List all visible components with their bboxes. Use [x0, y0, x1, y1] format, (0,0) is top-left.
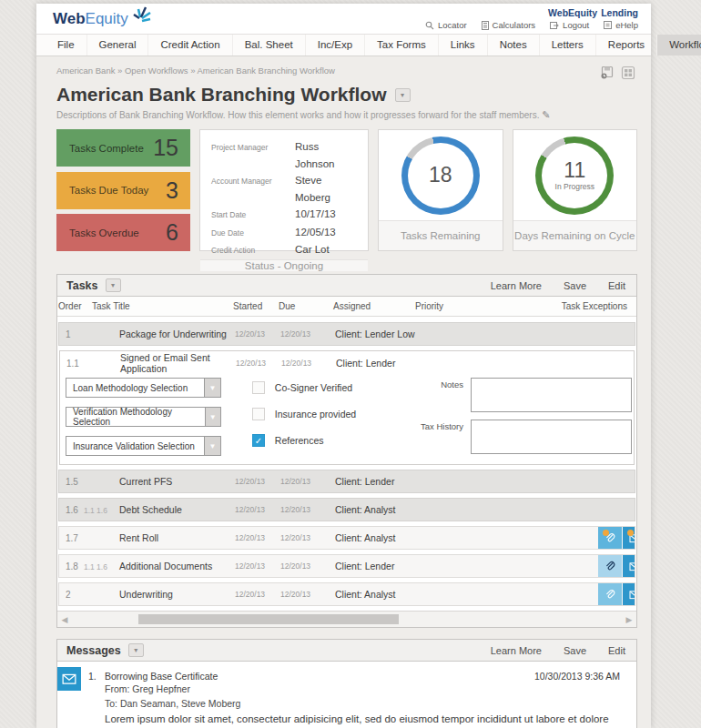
- app-shell: WebEquity WebEquityLending Locator: [36, 4, 651, 728]
- messages-save-link[interactable]: Save: [564, 645, 586, 656]
- message-body: Lorem ipsum dolor sit amet, consectetur …: [105, 713, 627, 728]
- attachment-button[interactable]: [598, 555, 622, 577]
- tasks-remaining-donut: 18: [401, 136, 480, 215]
- save-disk-icon[interactable]: [600, 66, 615, 80]
- message-subject[interactable]: Borrowing Base Certificate: [105, 671, 218, 682]
- header-right: WebEquityLending Locator Calculators Log…: [425, 7, 638, 30]
- notes-textarea[interactable]: [471, 378, 632, 412]
- summary-row: Tasks Complete 15 Tasks Due Today 3 Task…: [56, 129, 637, 251]
- tax-history-textarea[interactable]: [471, 420, 632, 454]
- tasks-due-today-card[interactable]: Tasks Due Today 3: [56, 172, 190, 209]
- tasks-rows: 1 Package for Underwriting 12/20/13 12/2…: [57, 317, 636, 606]
- attachment-button[interactable]: [598, 583, 622, 605]
- envelope-icon: [629, 590, 636, 600]
- task-row-1-6[interactable]: 1.61.1 1.6 Debt Schedule 12/20/13 12/20/…: [58, 498, 635, 521]
- grid-view-icon[interactable]: [621, 66, 635, 80]
- brand-product: WebEquity: [548, 7, 597, 18]
- insurance-provided-checkbox[interactable]: [252, 408, 265, 420]
- insurance-validation-select[interactable]: Insurance Validation Selection ▼: [66, 436, 221, 456]
- ehelp-link[interactable]: eHelp: [604, 20, 638, 30]
- task-row-1-5[interactable]: 1.5 Current PFS 12/20/13 12/20/13 Client…: [58, 470, 635, 493]
- loan-methodology-select[interactable]: Loan Methodology Selection ▼: [66, 378, 221, 398]
- message-button[interactable]: [623, 555, 635, 577]
- tasks-dropdown-button[interactable]: ▾: [106, 278, 121, 292]
- message-from: From: Greg Hepfner: [105, 682, 627, 696]
- message-item: 1. Borrowing Base Certificate 10/30/2013…: [57, 662, 636, 728]
- paperclip-icon: [604, 561, 616, 572]
- message-button[interactable]: [623, 527, 635, 549]
- scroll-left-arrow[interactable]: ◀: [57, 612, 72, 627]
- in-progress-label: In Progress: [555, 182, 594, 191]
- notification-badge: [627, 530, 634, 536]
- detail-value: 12/05/13: [295, 224, 357, 241]
- chevron-down-icon: ▼: [205, 408, 220, 426]
- detail-value: Car Lot: [295, 241, 357, 258]
- logout-link[interactable]: Logout: [550, 20, 589, 30]
- brand-suffix: Lending: [601, 7, 638, 18]
- tab-credit-action[interactable]: Credit Action: [148, 35, 232, 56]
- tab-links[interactable]: Links: [439, 35, 488, 56]
- attachment-button[interactable]: [598, 527, 622, 549]
- messages-learn-more-link[interactable]: Learn More: [491, 645, 542, 656]
- detail-label: Start Date: [211, 207, 295, 224]
- references-row: ✓ References: [252, 434, 386, 447]
- locator-link[interactable]: Locator: [425, 20, 467, 30]
- task-row-1[interactable]: 1 Package for Underwriting 12/20/13 12/2…: [58, 322, 635, 346]
- status-footer: Status - Ongoing: [200, 259, 368, 271]
- co-signer-verified-checkbox[interactable]: [252, 381, 265, 394]
- tab-workflow[interactable]: Workflow: [657, 35, 701, 56]
- tab-notes[interactable]: Notes: [488, 35, 540, 56]
- task-row-2[interactable]: 2 Underwriting 12/20/13 12/20/13 Client:…: [58, 582, 635, 606]
- messages-panel: Messages ▾ Learn More Save Edit 1. Borro…: [56, 639, 637, 728]
- tax-history-label: Tax History: [386, 420, 463, 454]
- co-signer-verified-row: Co-Signer Verified: [252, 381, 386, 394]
- scrollbar-thumb[interactable]: [138, 614, 399, 624]
- references-checkbox[interactable]: ✓: [252, 434, 265, 447]
- task-row-1-8[interactable]: 1.81.1 1.6 Additional Documents 12/20/13…: [58, 554, 635, 578]
- task-row-1-1[interactable]: 1.1 Signed or Email Sent Application 12/…: [60, 351, 634, 375]
- tab-bal-sheet[interactable]: Bal. Sheet: [233, 35, 306, 56]
- detail-label: Project Manager: [211, 139, 295, 157]
- tasks-remaining-card: 18 Tasks Remaining: [378, 129, 503, 251]
- verification-methodology-select[interactable]: Verification Methodology Selection ▼: [66, 407, 221, 427]
- messages-title: Messages: [66, 644, 121, 657]
- scroll-right-arrow[interactable]: ▶: [622, 612, 636, 627]
- breadcrumb[interactable]: American Bank » Open Workflows » America…: [56, 66, 335, 76]
- message-envelope-icon: [57, 667, 81, 691]
- messages-dropdown-button[interactable]: ▾: [128, 643, 144, 657]
- detail-value: Steve Moberg: [295, 172, 357, 206]
- edit-description-icon[interactable]: ✎: [542, 109, 550, 120]
- logo-text-web: Web: [53, 11, 86, 26]
- page-title: American Bank Branching Workflow: [56, 84, 387, 106]
- task-detail-form: Loan Methodology Selection ▼ Verificatio…: [60, 375, 634, 456]
- messages-edit-link[interactable]: Edit: [608, 645, 625, 656]
- tasks-complete-card[interactable]: Tasks Complete 15: [56, 129, 190, 167]
- notes-label: Notes: [386, 378, 463, 412]
- tasks-remaining-label: Tasks Remaining: [379, 220, 503, 250]
- days-remaining-card: 11 In Progress Days Remaining on Cycle: [513, 129, 638, 251]
- tab-letters[interactable]: Letters: [540, 35, 596, 56]
- calculators-link[interactable]: Calculators: [482, 20, 536, 30]
- message-to: To: Dan Seaman, Steve Moberg: [105, 696, 627, 711]
- message-button[interactable]: [623, 583, 635, 605]
- tab-file[interactable]: File: [46, 35, 87, 56]
- logo-starburst-icon: [130, 5, 152, 25]
- messages-panel-header: Messages ▾ Learn More Save Edit: [57, 640, 636, 662]
- task-row-1-7[interactable]: 1.7 Rent Roll 12/20/13 12/20/13 Client: …: [58, 526, 635, 550]
- detail-label: Due Date: [211, 225, 295, 242]
- tab-general[interactable]: General: [87, 35, 149, 56]
- tasks-edit-link[interactable]: Edit: [608, 280, 625, 291]
- tab-tax-forms[interactable]: Tax Forms: [365, 35, 439, 56]
- logo-text-equity: Equity: [86, 11, 128, 26]
- tab-reports[interactable]: Reports: [596, 35, 657, 56]
- tab-inc-exp[interactable]: Inc/Exp: [306, 35, 365, 56]
- tasks-learn-more-link[interactable]: Learn More: [491, 280, 542, 291]
- tasks-save-link[interactable]: Save: [564, 280, 586, 291]
- tasks-overdue-card[interactable]: Tasks Overdue 6: [56, 214, 190, 251]
- notification-badge: [603, 530, 609, 536]
- title-dropdown-button[interactable]: ▾: [395, 88, 411, 102]
- tasks-column-headers: Order Task Title Started Due Assigned Pr…: [57, 297, 636, 317]
- project-details-card: Project ManagerRuss Johnson Account Mana…: [199, 129, 369, 251]
- days-remaining-label: Days Remaining on Cycle: [513, 220, 637, 250]
- breadcrumb-row: American Bank » Open Workflows » America…: [56, 66, 637, 80]
